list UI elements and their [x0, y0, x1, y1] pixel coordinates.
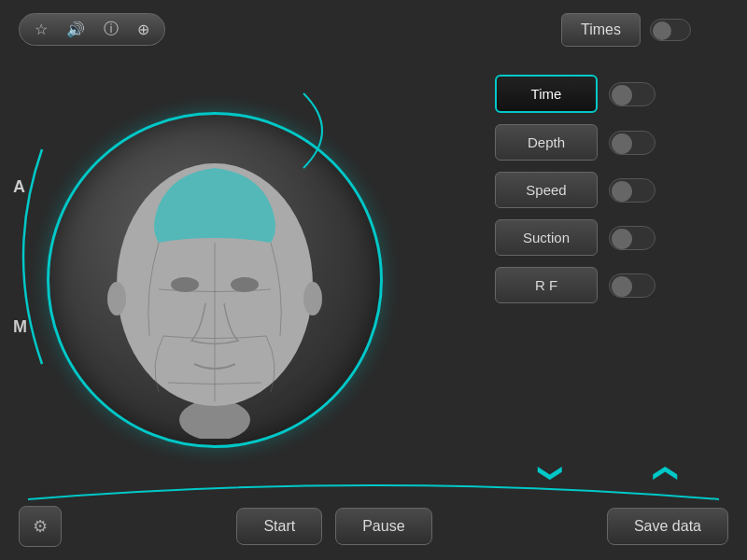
face-svg — [84, 121, 345, 439]
chevron-row: ❯ ❯ — [495, 451, 719, 495]
depth-button[interactable]: Depth — [495, 124, 598, 161]
star-icon[interactable]: ☆ — [35, 21, 48, 38]
top-toolbar: ☆ 🔊 ⓘ ⊕ — [19, 13, 165, 46]
rf-toggle[interactable] — [609, 273, 655, 298]
face-circle[interactable] — [47, 112, 383, 448]
speed-toggle[interactable] — [609, 178, 655, 203]
add-icon[interactable]: ⊕ — [137, 21, 149, 38]
times-toggle-knob — [653, 21, 671, 40]
save-data-button[interactable]: Save data — [607, 508, 728, 545]
rf-button[interactable]: R F — [495, 267, 598, 303]
suction-toggle-knob — [612, 229, 632, 249]
speed-button[interactable]: Speed — [495, 172, 598, 208]
depth-toggle[interactable] — [609, 131, 655, 155]
right-panel: Time Depth Speed Suction R F — [495, 75, 719, 303]
time-button[interactable]: Time — [495, 75, 598, 113]
rf-row: R F — [495, 267, 719, 303]
time-toggle[interactable] — [609, 82, 655, 106]
face-container — [37, 75, 392, 485]
chevron-up-button[interactable]: ❯ — [641, 444, 685, 502]
depth-row: Depth — [495, 124, 719, 161]
speed-toggle-knob — [612, 181, 632, 202]
toolbar-pill: ☆ 🔊 ⓘ ⊕ — [19, 13, 165, 46]
times-button[interactable]: Times — [561, 13, 641, 47]
suction-button[interactable]: Suction — [495, 219, 598, 256]
suction-toggle[interactable] — [609, 226, 655, 250]
svg-point-3 — [171, 277, 199, 292]
label-m: M — [13, 317, 27, 337]
rf-toggle-knob — [612, 276, 632, 297]
volume-icon[interactable]: 🔊 — [66, 21, 85, 38]
svg-point-6 — [303, 282, 322, 315]
time-toggle-knob — [612, 85, 632, 105]
depth-toggle-knob — [612, 133, 632, 154]
svg-point-4 — [231, 277, 259, 292]
times-section: Times — [561, 13, 691, 47]
label-a: A — [13, 177, 25, 197]
suction-row: Suction — [495, 219, 719, 256]
times-toggle[interactable] — [650, 19, 691, 41]
speed-row: Speed — [495, 172, 719, 208]
svg-point-5 — [107, 282, 126, 315]
chevron-down-button[interactable]: ❯ — [529, 444, 573, 502]
time-row: Time — [495, 75, 719, 113]
gear-button[interactable]: ⚙ — [19, 506, 62, 547]
start-button[interactable]: Start — [236, 508, 322, 545]
pause-button[interactable]: Pause — [335, 508, 431, 545]
info-icon[interactable]: ⓘ — [104, 20, 119, 39]
bottom-bar: ⚙ Start Pause Save data — [0, 506, 747, 547]
